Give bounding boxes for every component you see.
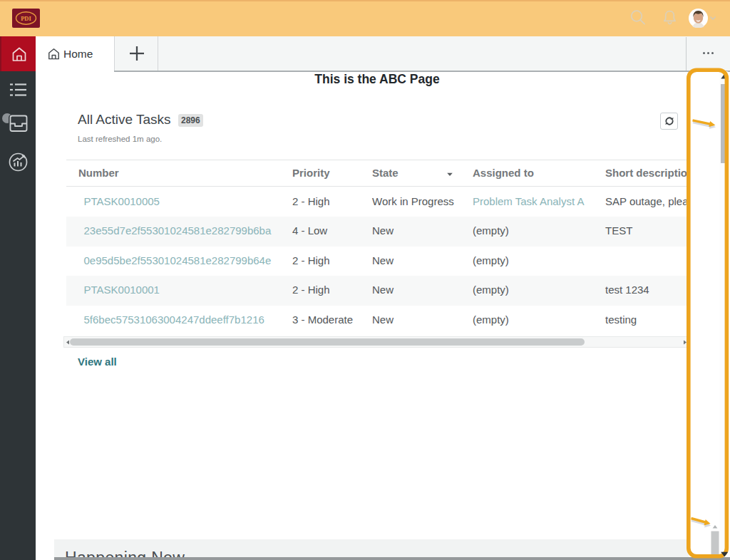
svg-text:PDI: PDI	[21, 15, 31, 22]
